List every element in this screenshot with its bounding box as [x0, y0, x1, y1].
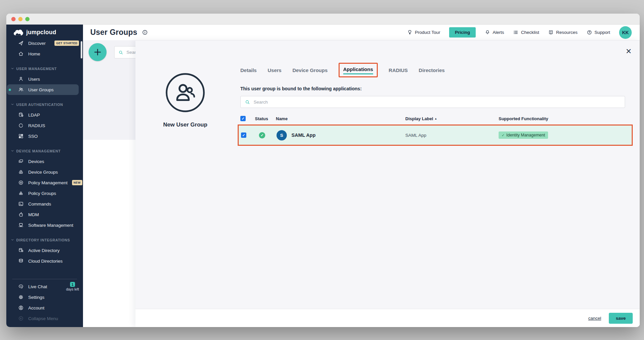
table-row[interactable]: ✓ ✓ SSAML App SAML App ✓Identity Managem…: [239, 126, 632, 145]
resources-button[interactable]: Resources: [548, 30, 578, 35]
sidebar-item-home[interactable]: Home: [6, 48, 83, 59]
user-group-detail-panel: ✕ New User Gr: [135, 40, 640, 327]
sidebar-section-device-management[interactable]: DEVICE MANAGEMENT: [6, 146, 83, 156]
zoom-window-button[interactable]: [25, 17, 30, 21]
close-window-button[interactable]: [11, 17, 16, 21]
sidebar-item-settings[interactable]: Settings: [6, 292, 83, 302]
support-button[interactable]: Support: [587, 30, 610, 35]
sidebar-item-devices[interactable]: Devices: [6, 156, 83, 167]
software-icon: [18, 222, 24, 228]
select-all-checkbox[interactable]: ✓: [240, 116, 246, 121]
sidebar-section-directory-integrations[interactable]: DIRECTORY INTEGRATIONS: [6, 235, 83, 245]
balloon-icon: [407, 30, 413, 35]
apple-icon: [18, 212, 24, 217]
tab-details[interactable]: Details: [240, 67, 257, 73]
product-tour-button[interactable]: Product Tour: [407, 30, 440, 35]
row-checkbox[interactable]: ✓: [241, 132, 246, 138]
close-icon[interactable]: ✕: [626, 48, 632, 55]
sidebar: jumpcloud DiscoverGET STARTEDHomeUSER MA…: [6, 25, 83, 327]
app-display-label: SAML App: [405, 133, 499, 138]
modal-footer: cancel save: [135, 309, 640, 327]
sidebar-item-collapse-menu[interactable]: Collapse Menu: [6, 313, 83, 324]
logo-text: jumpcloud: [26, 29, 56, 36]
window-titlebar: [6, 14, 640, 25]
plus-icon: [94, 48, 102, 56]
sidebar-section-user-authentication[interactable]: USER AUTHENTICATION: [6, 99, 83, 110]
sidebar-item-sso[interactable]: SSO: [6, 131, 83, 141]
sidebar-divider: [12, 279, 77, 279]
minimize-window-button[interactable]: [18, 17, 23, 21]
sidebar-item-users[interactable]: Users: [6, 74, 83, 84]
chat-icon: [18, 284, 24, 290]
book-icon: [548, 30, 554, 35]
add-user-group-button[interactable]: [89, 43, 107, 61]
pricing-button[interactable]: Pricing: [449, 27, 476, 38]
radius-icon: [18, 123, 24, 128]
sidebar-item-commands[interactable]: Commands: [6, 199, 83, 209]
sso-icon: [18, 133, 24, 139]
applications-description: This user group is bound to the followin…: [240, 86, 625, 91]
app-window: jumpcloud DiscoverGET STARTEDHomeUSER MA…: [6, 14, 640, 327]
tab-users[interactable]: Users: [268, 67, 282, 73]
column-header-display-label[interactable]: Display Label▲: [405, 116, 499, 121]
sidebar-footer: Live Chat1days leftSettingsAccountCollap…: [6, 281, 83, 327]
rocket-icon: [18, 40, 24, 46]
cloud-directory-icon: [18, 258, 24, 264]
applications-search-input[interactable]: [254, 100, 621, 105]
sidebar-item-user-groups[interactable]: User Groups: [7, 84, 79, 95]
tab-applications[interactable]: Applications: [343, 66, 373, 74]
user-avatar[interactable]: KK: [619, 26, 632, 39]
sidebar-item-software-management[interactable]: Software Management: [6, 220, 83, 230]
get-started-badge: GET STARTED: [54, 41, 79, 46]
sidebar-item-policy-management[interactable]: Policy ManagementNEW: [6, 177, 83, 188]
sidebar-item-radius[interactable]: RADIUS: [6, 120, 83, 131]
sidebar-item-discover[interactable]: DiscoverGET STARTED: [6, 38, 83, 48]
sidebar-item-account[interactable]: Account: [6, 302, 83, 313]
app-avatar: S: [277, 130, 287, 140]
cloud-logo-icon: [13, 29, 24, 36]
sort-asc-icon: ▲: [435, 117, 437, 120]
sidebar-item-active-directory[interactable]: Active Directory: [6, 245, 83, 256]
gear-icon: [18, 294, 24, 300]
tab-radius[interactable]: RADIUS: [389, 67, 408, 73]
sidebar-item-device-groups[interactable]: Device Groups: [6, 167, 83, 177]
applications-table-body: ✓ ✓ SSAML App SAML App ✓Identity Managem…: [240, 125, 625, 146]
jumpcloud-logo[interactable]: jumpcloud: [6, 25, 83, 38]
sidebar-scrollbar[interactable]: [81, 41, 82, 58]
tab-device-groups[interactable]: Device Groups: [292, 67, 328, 73]
home-icon: [18, 51, 24, 57]
alerts-button[interactable]: Alerts: [485, 30, 504, 35]
checklist-button[interactable]: Checklist: [513, 30, 539, 35]
sidebar-item-live-chat[interactable]: Live Chat1days left: [6, 281, 83, 292]
chevron-down-icon: [11, 238, 14, 241]
policy-icon: [18, 180, 24, 186]
sidebar-section-user-management[interactable]: USER MANAGEMENT: [6, 63, 83, 74]
account-icon: [18, 305, 24, 311]
info-icon[interactable]: [142, 29, 148, 36]
sidebar-item-cloud-directories[interactable]: Cloud Directories: [6, 256, 83, 266]
checklist-icon: [513, 30, 519, 35]
check-icon: ✓: [502, 133, 505, 137]
column-header-supported-functionality[interactable]: Supported Functionality: [499, 116, 625, 121]
desktop-background: jumpcloud DiscoverGET STARTEDHomeUSER MA…: [0, 0, 644, 340]
column-header-status[interactable]: Status: [255, 116, 276, 121]
row-highlight-box: ✓ ✓ SSAML App SAML App ✓Identity Managem…: [238, 125, 633, 146]
new-badge: NEW: [72, 180, 82, 185]
cancel-button[interactable]: cancel: [588, 316, 601, 321]
device-group-icon: [18, 169, 24, 175]
sidebar-nav: DiscoverGET STARTEDHomeUSER MANAGEMENTUs…: [6, 38, 83, 275]
chevron-down-icon: [11, 149, 14, 152]
active-directory-icon: [18, 247, 24, 253]
sidebar-item-policy-groups[interactable]: Policy Groups: [6, 188, 83, 199]
chevron-down-icon: [11, 103, 14, 106]
sidebar-item-mdm[interactable]: MDM: [6, 209, 83, 220]
collapse-icon: [18, 315, 24, 321]
save-button[interactable]: save: [609, 313, 633, 324]
search-icon: [118, 50, 123, 55]
sidebar-item-ldap[interactable]: LDAP: [6, 110, 83, 120]
user-icon: [18, 76, 24, 82]
column-header-name[interactable]: Name: [276, 116, 405, 121]
tab-directories[interactable]: Directories: [419, 67, 444, 73]
top-header: User Groups Pr: [83, 25, 640, 40]
applications-search[interactable]: [240, 96, 625, 108]
